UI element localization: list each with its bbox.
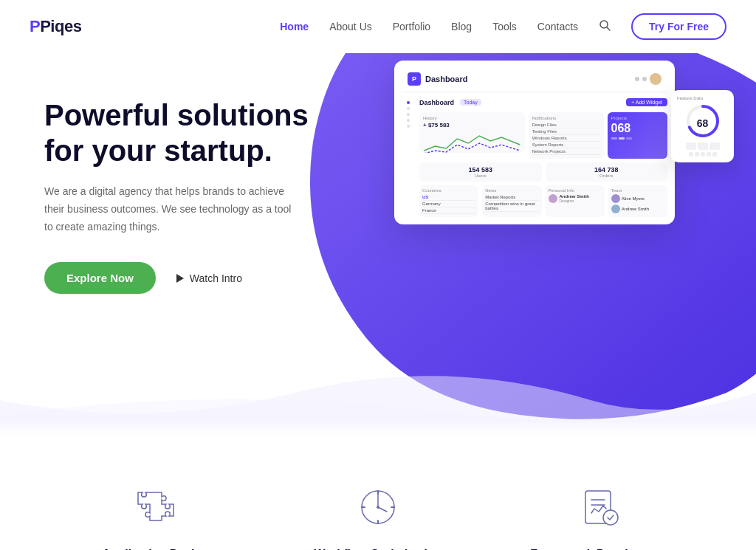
proj-bar-1 xyxy=(611,137,617,140)
search-icon[interactable] xyxy=(599,19,611,34)
team-avatar-1 xyxy=(611,194,620,203)
bw-personal: Personal Info Andrew Smith Designer xyxy=(546,185,605,217)
header: PPiqes Home About Us Portfolio Blog Tool… xyxy=(0,0,756,53)
watch-intro-label: Watch Intro xyxy=(190,272,242,284)
nav-about[interactable]: About Us xyxy=(329,21,372,32)
app-design-icon xyxy=(130,481,182,533)
phone-boxes xyxy=(677,142,728,150)
phone-dot-2 xyxy=(695,152,699,157)
main-nav: Home About Us Portfolio Blog Tools Conta… xyxy=(280,13,726,40)
notif-label: Notifications xyxy=(532,116,600,120)
team-avatar-2 xyxy=(611,204,620,213)
projects-widget: Projects 068 xyxy=(608,112,668,159)
notif-5: Network Projects xyxy=(532,148,600,155)
chart-document-icon xyxy=(578,485,622,529)
hero-subtitle: We are a digital agency that helps brand… xyxy=(44,183,295,236)
dashboard-card: P Dashboard xyxy=(394,61,675,224)
bw-team: Team Alice Myers Andrew Smith xyxy=(608,185,667,217)
projects-label: Projects xyxy=(611,116,664,120)
dash-tb-title: Dashboard xyxy=(419,99,454,106)
hero-wave xyxy=(0,371,756,422)
nav-tools[interactable]: Tools xyxy=(492,21,517,32)
dashboard-body: Dashboard Today + Add Widget History + $… xyxy=(402,98,667,217)
history-chart: History + $75 583 xyxy=(419,112,525,153)
logo[interactable]: PPiqes xyxy=(30,17,81,36)
stat-orders-val: 164 738 xyxy=(549,166,664,173)
phone-dot-5 xyxy=(712,152,717,157)
nav-portfolio[interactable]: Portfolio xyxy=(393,21,430,32)
svg-point-7 xyxy=(377,506,379,509)
feature-framework: Framework Development Design and constru… xyxy=(512,481,689,550)
bw-avatar-1 xyxy=(549,194,557,203)
hero-section: Powerful solutions for your startup. We … xyxy=(0,53,756,422)
hero-actions: Explore Now Watch Intro xyxy=(44,262,310,294)
dash-avatar xyxy=(650,73,662,85)
side-dot-3 xyxy=(407,113,410,116)
proj-bar-3 xyxy=(626,137,632,140)
phone-dot-4 xyxy=(707,152,711,157)
projects-number: 068 xyxy=(611,122,664,135)
side-dot-5 xyxy=(407,125,410,128)
stat-users: 154 583 Users xyxy=(419,162,542,182)
hero-content: Powerful solutions for your startup. We … xyxy=(0,53,354,323)
phone-box-2 xyxy=(698,142,708,150)
stat-orders-label: Orders xyxy=(549,173,664,178)
svg-line-6 xyxy=(378,507,387,512)
nav-blog[interactable]: Blog xyxy=(451,21,472,32)
hero-title: Powerful solutions for your startup. xyxy=(44,97,310,168)
side-dot-4 xyxy=(407,119,410,122)
phone-footer-dots xyxy=(677,152,728,157)
phone-box-1 xyxy=(686,142,696,150)
dash-logo: P xyxy=(408,72,421,86)
dash-header-controls xyxy=(635,73,662,85)
stat-users-label: Users xyxy=(423,173,538,178)
notif-2: Testing Files xyxy=(532,128,600,135)
svg-point-15 xyxy=(603,510,618,525)
watch-intro-button[interactable]: Watch Intro xyxy=(176,272,242,284)
phone-box-3 xyxy=(709,142,720,150)
phone-label: Feature Data xyxy=(677,96,728,100)
workflow-icon xyxy=(352,481,404,533)
phone-gauge: 68 xyxy=(684,103,721,140)
history-value: + $75 583 xyxy=(423,122,521,128)
phone-number: 68 xyxy=(684,117,721,129)
dashboard-main: Dashboard Today + Add Widget History + $… xyxy=(419,98,667,217)
side-dot-2 xyxy=(407,107,410,110)
notif-4: System Reports xyxy=(532,142,600,148)
stat-users-val: 154 583 xyxy=(423,166,538,173)
dash-dot2 xyxy=(642,77,647,81)
notif-3: Windows Reports xyxy=(532,135,600,142)
dash-sidebar xyxy=(402,98,415,217)
proj-bar-2 xyxy=(619,137,625,140)
stat-orders: 164 738 Orders xyxy=(546,162,668,182)
svg-line-1 xyxy=(607,27,610,30)
chart-svg xyxy=(423,130,521,153)
nav-contacts[interactable]: Contacts xyxy=(537,21,578,32)
notif-1: Design Files xyxy=(532,122,600,128)
add-widget-btn[interactable]: + Add Widget xyxy=(626,98,667,106)
bottom-widgets: Countries US Germany France News Market … xyxy=(419,185,667,217)
feature-app-design: Application Design Creating a unique des… xyxy=(67,481,244,550)
bw-news: News Market Reports Competition wins in … xyxy=(482,185,541,217)
play-icon xyxy=(176,274,184,283)
puzzle-icon xyxy=(134,485,178,529)
side-dot-1 xyxy=(407,101,410,104)
dashboard-mockup: P Dashboard xyxy=(394,61,734,224)
feature-workflow: Workflow Optimization The improvement of… xyxy=(289,481,467,550)
nav-home[interactable]: Home xyxy=(280,21,309,32)
history-label: History xyxy=(423,116,521,120)
phone-dot-1 xyxy=(689,152,693,157)
bw-countries: Countries US Germany France xyxy=(419,185,478,217)
dashboard-title: Dashboard xyxy=(425,75,467,83)
clock-icon xyxy=(356,485,400,529)
phone-dot-3 xyxy=(701,152,705,157)
explore-now-button[interactable]: Explore Now xyxy=(44,262,156,294)
try-free-button[interactable]: Try For Free xyxy=(631,13,726,40)
notifications-widget: Notifications Design Files Testing Files… xyxy=(529,112,604,159)
features-section: Application Design Creating a unique des… xyxy=(0,437,756,550)
dash-dot1 xyxy=(635,77,639,81)
dashboard-header: P Dashboard xyxy=(402,68,667,92)
stats-row: 154 583 Users 164 738 Orders xyxy=(419,162,667,182)
dash-tb-tag: Today xyxy=(460,99,481,106)
phone-mockup: Feature Data 68 xyxy=(671,90,734,162)
